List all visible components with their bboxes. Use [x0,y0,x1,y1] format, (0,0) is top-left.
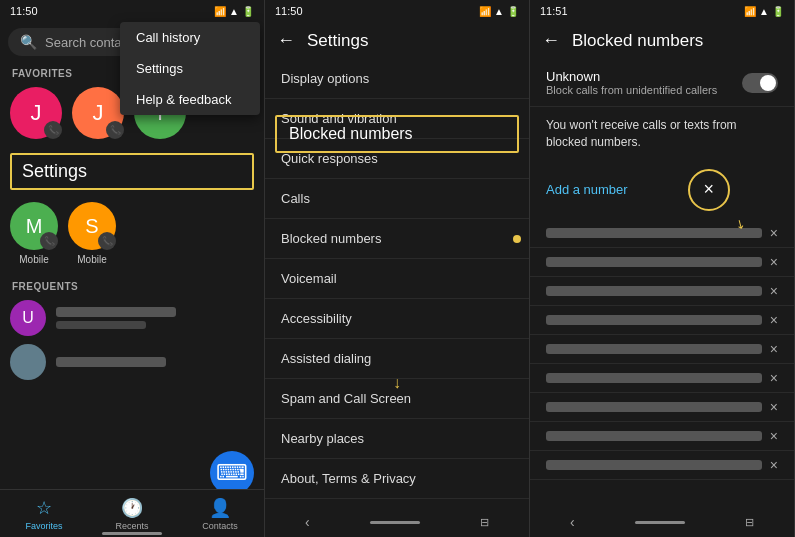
blocked-num-2 [546,257,762,267]
back-button-3[interactable]: ← [542,30,560,51]
status-bar-3: 11:51 📶 ▲ 🔋 [530,0,794,22]
avatar-j1: J 📞 [10,87,62,139]
settings-quick[interactable]: Quick responses [265,139,529,179]
blocked-num-1 [546,228,762,238]
remove-blocked-2[interactable]: × [770,254,778,270]
remove-blocked-6[interactable]: × [770,370,778,386]
favorite-item-j1[interactable]: J 📞 [10,87,62,143]
blocked-row-7: × [530,393,794,422]
blocked-row-8: × [530,422,794,451]
settings-nearby[interactable]: Nearby places [265,419,529,459]
close-circle-button[interactable]: × [688,169,730,211]
battery-icon: 🔋 [242,6,254,17]
remove-blocked-7[interactable]: × [770,399,778,415]
call-badge-j2: 📞 [106,121,124,139]
panel-contacts: 11:50 📶 ▲ 🔋 Call history Settings Help &… [0,0,265,537]
nav-menu-btn-3[interactable]: ⊟ [745,516,754,529]
wifi-icon-2: ▲ [494,6,504,17]
blocked-numbers-header: ← Blocked numbers [530,22,794,59]
blocked-row-2: × [530,248,794,277]
call-badge-j1: 📞 [44,121,62,139]
toggle-thumb [760,75,776,91]
settings-display-options[interactable]: Display options [265,59,529,99]
blocked-num-9 [546,460,762,470]
remove-blocked-5[interactable]: × [770,341,778,357]
nav-contacts-label: Contacts [202,521,238,531]
back-button-2[interactable]: ← [277,30,295,51]
settings-title: Settings [307,31,368,51]
frequent-item-u[interactable]: U [10,296,254,340]
nav-contacts[interactable]: 👤 Contacts [176,497,264,531]
settings-assisted-dialing[interactable]: Assisted dialing [265,339,529,379]
nav-bar-3: ‹ ⊟ [530,507,794,537]
settings-sound[interactable]: Sound and vibration [265,99,529,139]
settings-blocked[interactable]: Blocked numbers [265,219,529,259]
remove-blocked-8[interactable]: × [770,428,778,444]
favorite-item-j2[interactable]: J 📞 [72,87,124,143]
freq-info-2 [56,357,254,367]
frequents-list: U [0,296,264,384]
home-pill-3 [635,521,685,524]
settings-accessibility[interactable]: Accessibility [265,299,529,339]
settings-calls[interactable]: Calls [265,179,529,219]
blocked-num-4 [546,315,762,325]
add-number-button[interactable]: Add a number [546,182,628,197]
freq-sub-u [56,321,146,329]
sim-icon: 📶 [214,6,226,17]
avatar-s: S 📞 [68,202,116,250]
frequent-item-2[interactable] [10,340,254,384]
nav-menu-btn[interactable]: ⊟ [480,516,489,529]
favorite-m[interactable]: M 📞 Mobile [10,202,58,265]
settings-list: Display options Sound and vibration Quic… [265,59,529,537]
blocked-row-3: × [530,277,794,306]
favorites-icon: ☆ [36,497,52,519]
panel-settings: 11:50 📶 ▲ 🔋 ← Settings Display options S… [265,0,530,537]
favorite-s[interactable]: S 📞 Mobile [68,202,116,265]
freq-name-u [56,307,176,317]
blocked-row-4: × [530,306,794,335]
avatar-j2: J 📞 [72,87,124,139]
status-icons-2: 📶 ▲ 🔋 [479,6,519,17]
nav-recents[interactable]: 🕐 Recents [88,497,176,531]
nav-bar-2: ‹ ⊟ [265,507,529,537]
settings-spam[interactable]: Spam and Call Screen [265,379,529,419]
blocked-num-5 [546,344,762,354]
home-pill-2 [370,521,420,524]
nav-favorites[interactable]: ☆ Favorites [0,497,88,531]
settings-about[interactable]: About, Terms & Privacy [265,459,529,499]
menu-settings[interactable]: Settings [120,53,260,84]
settings-header: ← Settings [265,22,529,59]
settings-voicemail[interactable]: Voicemail [265,259,529,299]
unknown-subtitle: Block calls from unidentified callers [546,84,742,96]
time-2: 11:50 [275,5,303,17]
close-btn-container: × ↘ [658,169,730,211]
status-icons-1: 📶 ▲ 🔋 [214,6,254,17]
blocked-num-6 [546,373,762,383]
battery-icon-2: 🔋 [507,6,519,17]
blocked-indicator-dot [513,235,521,243]
avatar-label-m: Mobile [19,254,48,265]
blocked-num-8 [546,431,762,441]
freq-name-2 [56,357,166,367]
blocked-num-7 [546,402,762,412]
recents-icon: 🕐 [121,497,143,519]
nav-back-btn-3[interactable]: ‹ [570,514,575,530]
menu-call-history[interactable]: Call history [120,22,260,53]
unknown-callers-row[interactable]: Unknown Block calls from unidentified ca… [530,59,794,107]
blocked-numbers-title: Blocked numbers [572,31,703,51]
bottom-nav-1: ☆ Favorites 🕐 Recents 👤 Contacts [0,489,264,537]
remove-blocked-9[interactable]: × [770,457,778,473]
remove-blocked-1[interactable]: × [770,225,778,241]
unknown-title: Unknown [546,69,742,84]
blocked-row-6: × [530,364,794,393]
add-number-row: Add a number × ↘ [530,161,794,219]
wifi-icon-3: ▲ [759,6,769,17]
contacts-icon: 👤 [209,497,231,519]
unknown-toggle[interactable] [742,73,778,93]
nav-back-btn[interactable]: ‹ [305,514,310,530]
remove-blocked-4[interactable]: × [770,312,778,328]
remove-blocked-3[interactable]: × [770,283,778,299]
search-icon: 🔍 [20,34,37,50]
menu-help[interactable]: Help & feedback [120,84,260,115]
call-badge-s: 📞 [98,232,116,250]
